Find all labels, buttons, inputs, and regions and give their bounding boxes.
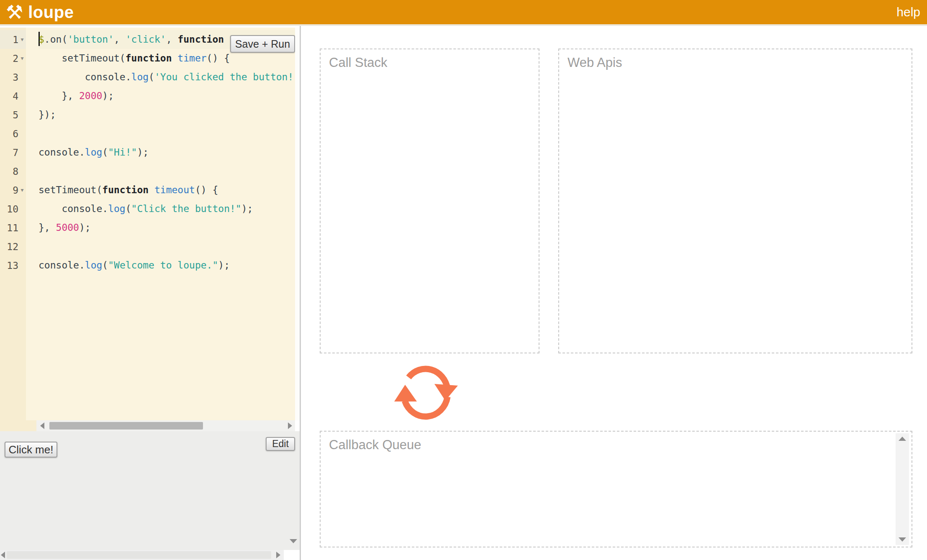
code-line[interactable]: setTimeout(function timeout() { <box>39 181 295 199</box>
code-editor[interactable]: 1▾2▾3456789▾10111213 $.on('button', 'cli… <box>0 28 295 420</box>
line-number: 13 <box>0 256 26 275</box>
click-me-button[interactable]: Click me! <box>5 442 57 458</box>
fold-arrow-icon[interactable]: ▾ <box>18 49 26 68</box>
call-stack-title: Call Stack <box>329 55 539 70</box>
scroll-left-icon[interactable] <box>40 422 44 429</box>
editor-vertical-scrollbar[interactable] <box>295 28 300 420</box>
scroll-right-icon[interactable] <box>276 552 280 558</box>
line-number: 10 <box>0 199 26 218</box>
code-line[interactable] <box>39 124 295 143</box>
fold-arrow-icon[interactable]: ▾ <box>18 30 26 49</box>
line-number-text: 1 <box>13 34 18 45</box>
page-horizontal-scrollbar[interactable] <box>0 550 284 560</box>
web-apis-box: Web Apis <box>558 49 912 353</box>
code-line[interactable]: }, 2000); <box>39 87 295 105</box>
page-hscroll-thumb[interactable] <box>7 551 271 559</box>
code-line[interactable]: console.log("Hi!"); <box>39 143 295 162</box>
code-line[interactable]: console.log("Click the button!"); <box>39 199 295 218</box>
callback-queue-title: Callback Queue <box>329 437 912 453</box>
line-number: 12 <box>0 237 26 256</box>
line-number: 5 <box>0 105 26 124</box>
line-number: 7 <box>0 143 26 162</box>
line-number-text: 8 <box>13 166 18 177</box>
editor-hscroll-thumb[interactable] <box>49 422 203 430</box>
web-apis-title: Web Apis <box>567 55 912 70</box>
line-number-gutter: 1▾2▾3456789▾10111213 <box>0 28 26 420</box>
code-line[interactable]: console.log('You clicked the button!'); <box>39 68 295 87</box>
scroll-right-icon[interactable] <box>288 422 292 429</box>
line-number-text: 13 <box>7 260 18 271</box>
line-number-text: 6 <box>13 128 18 139</box>
code-line[interactable] <box>39 237 295 256</box>
scroll-up-icon[interactable] <box>899 437 906 441</box>
line-number-text: 10 <box>7 204 18 215</box>
hammer-pick-icon: ⚒ <box>6 3 23 22</box>
help-link[interactable]: help <box>896 5 920 19</box>
line-number: 9▾ <box>0 181 26 199</box>
line-number: 6 <box>0 124 26 143</box>
line-number-text: 11 <box>7 222 18 233</box>
code-line[interactable]: }); <box>39 105 295 124</box>
line-number-text: 12 <box>7 241 18 252</box>
line-number-text: 7 <box>13 147 18 158</box>
event-loop-sync-arrows-icon <box>394 366 460 420</box>
save-run-button[interactable]: Save + Run <box>230 35 295 53</box>
scroll-down-icon[interactable] <box>899 537 906 542</box>
loupe-app: ⚒ loupe help 1▾2▾3456789▾10111213 $.on('… <box>0 0 927 560</box>
callback-queue-scrollbar[interactable] <box>896 433 909 545</box>
line-number-text: 2 <box>13 53 18 64</box>
line-number-text: 9 <box>13 185 18 196</box>
scroll-down-icon[interactable] <box>290 539 297 543</box>
callback-queue-box: Callback Queue <box>320 431 912 547</box>
panel-divider <box>300 26 301 560</box>
app-title: loupe <box>28 3 74 22</box>
edit-button[interactable]: Edit <box>266 437 295 451</box>
code-line[interactable]: console.log("Welcome to loupe."); <box>39 256 295 275</box>
line-number-text: 3 <box>13 72 18 83</box>
editor-horizontal-scrollbar[interactable] <box>0 420 295 431</box>
scroll-left-icon[interactable] <box>1 552 5 558</box>
line-number-text: 5 <box>13 110 18 120</box>
app-header: ⚒ loupe help <box>0 0 927 26</box>
line-number-text: 4 <box>13 91 18 102</box>
logo: ⚒ loupe <box>0 3 74 22</box>
call-stack-box: Call Stack <box>320 49 539 353</box>
line-number: 1▾ <box>0 30 26 49</box>
line-number: 3 <box>0 68 26 87</box>
code-area[interactable]: $.on('button', 'click', function onClick… <box>26 28 295 420</box>
line-number: 8 <box>0 162 26 181</box>
output-panel: Click me! Edit <box>0 431 300 560</box>
line-number: 4 <box>0 87 26 105</box>
line-number: 11 <box>0 218 26 237</box>
line-number: 2▾ <box>0 49 26 68</box>
code-line[interactable]: }, 5000); <box>39 218 295 237</box>
code-line[interactable] <box>39 162 295 181</box>
fold-arrow-icon[interactable]: ▾ <box>18 181 26 199</box>
